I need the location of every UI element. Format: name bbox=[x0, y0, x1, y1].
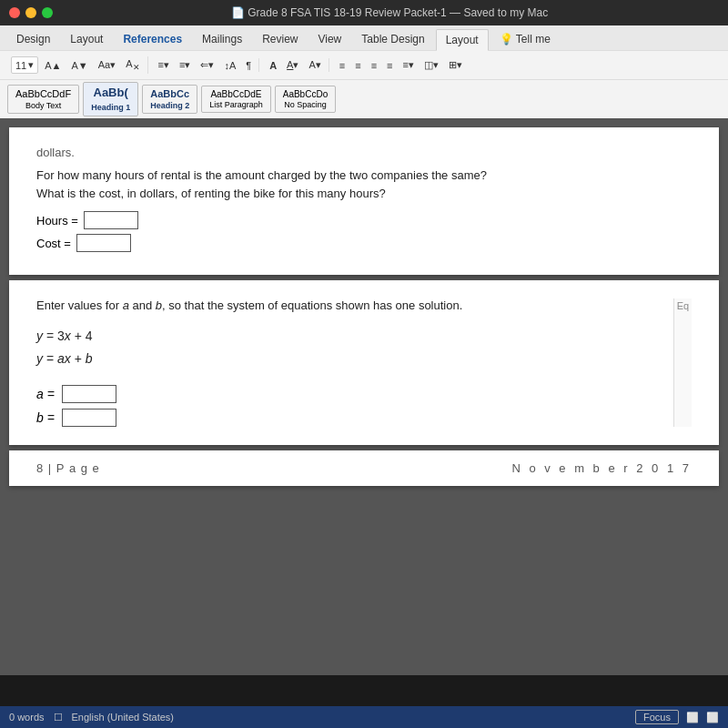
align-center-button[interactable]: ≡ bbox=[351, 59, 364, 72]
tab-references[interactable]: References bbox=[114, 29, 191, 50]
b-label: b = bbox=[36, 410, 55, 425]
font-size-dropdown[interactable]: 11 ▾ bbox=[11, 56, 38, 74]
font-group: 11 ▾ A▲ A▼ Aa▾ A✕ bbox=[7, 56, 148, 74]
underline-button[interactable]: A▾ bbox=[283, 58, 302, 72]
document-icon: 📄 bbox=[231, 6, 245, 19]
section-rental-question: dollars. For how many hours of rental is… bbox=[9, 127, 719, 275]
chevron-down-icon: ▾ bbox=[28, 59, 34, 71]
minimize-button[interactable] bbox=[25, 7, 36, 18]
a-row: a = bbox=[36, 385, 673, 403]
pilcrow-button[interactable]: ¶ bbox=[242, 59, 255, 72]
focus-button[interactable]: Focus bbox=[635, 710, 679, 724]
font-shrink-button[interactable]: A▼ bbox=[67, 59, 91, 72]
maximize-button[interactable] bbox=[42, 7, 53, 18]
word-count: 0 words bbox=[9, 712, 45, 723]
paragraph-group: ≡▾ ≡▾ ⇐▾ ↕A ¶ bbox=[151, 58, 260, 72]
indent-decrease-button[interactable]: ⇐▾ bbox=[197, 58, 217, 72]
style-list-paragraph[interactable]: AaBbCcDdEList Paragraph bbox=[201, 86, 271, 113]
window-controls bbox=[9, 7, 53, 18]
bold-button[interactable]: A bbox=[266, 59, 280, 72]
b-input[interactable] bbox=[62, 409, 116, 427]
cost-label: Cost = bbox=[36, 237, 71, 250]
indent-button[interactable]: ≡▾ bbox=[399, 58, 417, 72]
equation-lines: y = 3x + 4 y = ax + b bbox=[36, 325, 673, 370]
view-button-2[interactable]: ⬜ bbox=[706, 712, 719, 723]
align-right-button[interactable]: ≡ bbox=[368, 59, 380, 72]
cost-row: Cost = bbox=[36, 234, 692, 252]
document-area: dollars. For how many hours of rental is… bbox=[0, 118, 728, 675]
tab-design[interactable]: Design bbox=[7, 29, 59, 50]
page-footer: 8 | P a g e N o v e m b e r 2 0 1 7 bbox=[9, 450, 719, 486]
section-equation: Enter values for a and b, so that the sy… bbox=[9, 280, 719, 445]
style-heading1[interactable]: AaBb(Heading 1 bbox=[83, 82, 138, 116]
font-case-button[interactable]: Aa▾ bbox=[95, 58, 119, 72]
align-left-button[interactable]: ≡ bbox=[336, 59, 349, 72]
style-no-spacing[interactable]: AaBbCcDoNo Spacing bbox=[275, 86, 336, 113]
hours-row: Hours = bbox=[36, 211, 692, 229]
font-grow-button[interactable]: A▲ bbox=[41, 59, 65, 72]
align-justify-button[interactable]: ≡ bbox=[383, 59, 396, 72]
close-button[interactable] bbox=[9, 7, 20, 18]
style-body-text[interactable]: AaBbCcDdFBody Text bbox=[7, 85, 79, 114]
font-clear-button[interactable]: A✕ bbox=[122, 57, 143, 73]
tab-mailings[interactable]: Mailings bbox=[193, 29, 251, 50]
tab-layout[interactable]: Layout bbox=[61, 29, 112, 50]
language: English (United States) bbox=[72, 712, 175, 723]
equation-header: Enter values for a and b, so that the sy… bbox=[36, 298, 673, 312]
numbering-button[interactable]: ≡▾ bbox=[176, 58, 194, 72]
style-gallery: AaBbCcDdFBody Text AaBb(Heading 1 AaBbCc… bbox=[0, 79, 728, 118]
tab-view[interactable]: View bbox=[308, 29, 350, 50]
tab-review[interactable]: Review bbox=[253, 29, 307, 50]
ribbon-tabs: Design Layout References Mailings Review… bbox=[0, 25, 728, 50]
shading-button[interactable]: ◫▾ bbox=[420, 58, 442, 72]
equation-main: Enter values for a and b, so that the sy… bbox=[36, 298, 673, 427]
tab-table-design[interactable]: Table Design bbox=[352, 29, 433, 50]
lightbulb-icon: 💡 bbox=[500, 33, 513, 46]
equation-side-label: Eq bbox=[673, 298, 692, 427]
question-text: For how many hours of rental is the amou… bbox=[36, 167, 692, 202]
window-title: 📄 Grade 8 FSA TIS 18-19 Review Packet-1 … bbox=[60, 6, 719, 19]
status-right-group: Focus ⬜ ⬜ bbox=[635, 710, 719, 724]
sort-button[interactable]: ↕A bbox=[220, 59, 239, 72]
title-bar: 📄 Grade 8 FSA TIS 18-19 Review Packet-1 … bbox=[0, 0, 728, 25]
hours-label: Hours = bbox=[36, 214, 78, 228]
tab-layout2[interactable]: Layout bbox=[436, 29, 489, 51]
style-heading2[interactable]: AaBbCcHeading 2 bbox=[142, 85, 197, 114]
cost-input[interactable] bbox=[76, 234, 131, 252]
a-label: a = bbox=[36, 387, 55, 401]
a-input[interactable] bbox=[62, 385, 116, 403]
footer-page-number: 8 | P a g e bbox=[36, 461, 100, 475]
view-button-1[interactable]: ⬜ bbox=[686, 712, 699, 723]
hours-input[interactable] bbox=[84, 211, 138, 229]
equation-answers: a = b = bbox=[36, 385, 673, 427]
status-bar: 0 words ☐ English (United States) Focus … bbox=[0, 706, 728, 728]
b-row: b = bbox=[36, 409, 673, 427]
highlight-button[interactable]: A▾ bbox=[305, 58, 324, 72]
footer-date: N o v e m b e r 2 0 1 7 bbox=[511, 461, 692, 475]
tab-tellme[interactable]: 💡 Tell me bbox=[490, 29, 560, 50]
proofing-icon: ☐ bbox=[54, 712, 63, 723]
borders-button[interactable]: ⊞▾ bbox=[445, 58, 466, 72]
bullets-button[interactable]: ≡▾ bbox=[155, 58, 173, 72]
format-toolbar: 11 ▾ A▲ A▼ Aa▾ A✕ ≡▾ ≡▾ ⇐▾ ↕A ¶ A A▾ A▾ … bbox=[0, 50, 728, 79]
font-style-group: A A▾ A▾ bbox=[262, 58, 329, 72]
dollars-text: dollars. bbox=[36, 146, 692, 159]
align-group: ≡ ≡ ≡ ≡ ≡▾ ◫▾ ⊞▾ bbox=[332, 58, 470, 72]
